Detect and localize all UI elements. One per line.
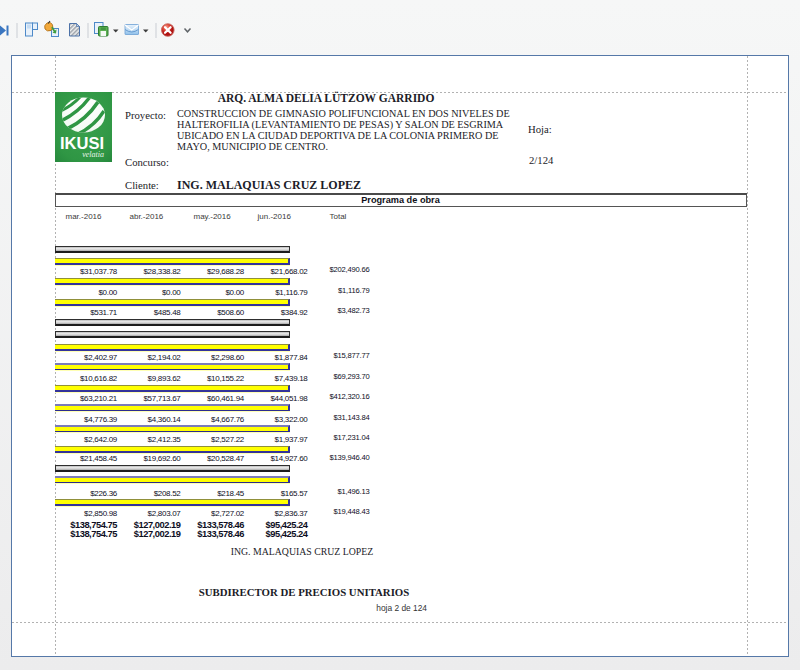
svg-text:velatia: velatia xyxy=(82,150,104,159)
